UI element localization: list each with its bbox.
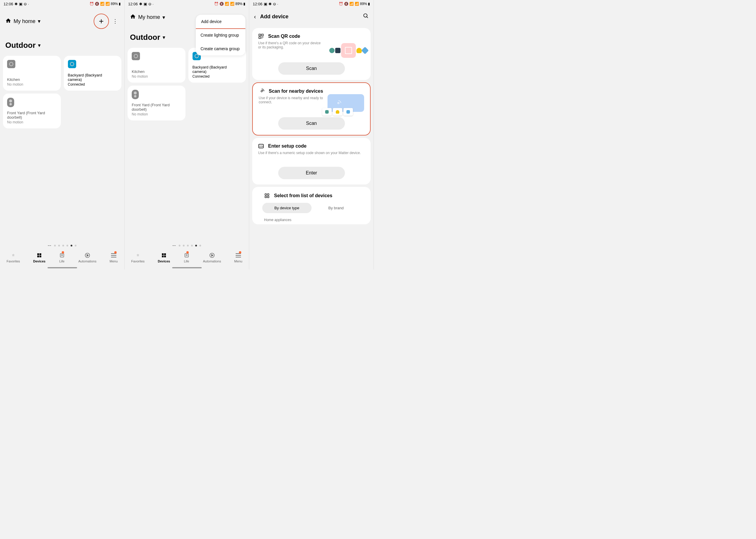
scan-qr-button[interactable]: Scan bbox=[278, 62, 345, 75]
svg-rect-12 bbox=[164, 253, 166, 255]
alarm-icon: ⏰ bbox=[90, 2, 94, 6]
battery-icon: ▮ bbox=[119, 2, 121, 6]
nav-automations[interactable]: Automations bbox=[203, 252, 221, 263]
home-dropdown[interactable]: My home ▾ bbox=[130, 14, 165, 21]
nav-favorites[interactable]: ☆ Favorites bbox=[131, 252, 144, 263]
nav-menu[interactable]: Menu bbox=[234, 252, 242, 263]
menu-create-camera-group[interactable]: Create camera group bbox=[196, 42, 245, 55]
grid-icon bbox=[161, 252, 167, 259]
mute-icon: 🔇 bbox=[219, 2, 224, 6]
svg-point-31 bbox=[338, 103, 339, 104]
status-bar: 12:06 ✱ ▣ ⊖ · ⏰ 🔇 📶 📶 89% ▮ bbox=[0, 0, 124, 8]
device-card-backyard[interactable]: Backyard (Backyard camera) Connected bbox=[64, 56, 122, 91]
room-dropdown[interactable]: Outdoor ▾ bbox=[0, 32, 124, 56]
device-card-kitchen[interactable]: Kitchen No motion bbox=[3, 56, 61, 91]
qr-icon bbox=[258, 33, 264, 39]
badge-dot bbox=[239, 251, 241, 254]
chevron-down-icon: ▾ bbox=[162, 14, 165, 21]
camera-icon bbox=[68, 60, 76, 68]
page-indicator[interactable] bbox=[125, 245, 249, 247]
home-indicator[interactable] bbox=[47, 267, 77, 268]
device-name: Kitchen bbox=[7, 77, 57, 82]
device-status: No motion bbox=[132, 112, 181, 116]
status-bar: 12:06 ▣ ✱ ⊖ · ⏰ 🔇 📶 📶 89% ▮ bbox=[249, 0, 374, 8]
svg-line-23 bbox=[367, 17, 368, 18]
signal-icon: 📶 bbox=[106, 2, 110, 6]
screen-home: 12:06 ✱ ▣ ⊖ · ⏰ 🔇 📶 📶 89% ▮ My home ▾ + bbox=[0, 0, 125, 270]
nav-life[interactable]: Life bbox=[183, 252, 190, 263]
device-name: Backyard (Backyard camera) bbox=[193, 65, 242, 74]
home-indicator[interactable] bbox=[172, 267, 202, 268]
option-title: Select from list of devices bbox=[274, 193, 332, 198]
svg-point-30 bbox=[261, 91, 263, 92]
battery-percent: 89% bbox=[111, 2, 118, 6]
add-menu-popup: Add device Create lighting group Create … bbox=[196, 15, 245, 55]
battery-icon: ▮ bbox=[368, 2, 370, 6]
home-icon bbox=[130, 14, 136, 21]
svg-rect-35 bbox=[268, 193, 269, 195]
menu-add-device[interactable]: Add device bbox=[196, 15, 245, 29]
search-button[interactable] bbox=[363, 13, 369, 20]
status-time: 12:06 bbox=[4, 2, 13, 6]
dnd-icon: ⊖ bbox=[273, 2, 276, 6]
status-bar: 12:06 ✱ ▣ ⊖ · ⏰ 🔇 📶 📶 89% ▮ bbox=[125, 0, 249, 8]
device-card-kitchen[interactable]: Kitchen No motion bbox=[127, 48, 186, 83]
option-title: Scan for nearby devices bbox=[269, 89, 323, 94]
more-icon: · bbox=[28, 2, 29, 6]
enter-code-button[interactable]: Enter bbox=[278, 167, 345, 179]
option-select-list: Select from list of devices By device ty… bbox=[252, 187, 371, 224]
home-icon bbox=[5, 18, 11, 25]
option-setup-code[interactable]: 1234 Enter setup code Use if there's a n… bbox=[252, 138, 371, 185]
camera-icon bbox=[7, 60, 15, 68]
page-indicator[interactable] bbox=[0, 245, 124, 247]
category-label: Home appliances bbox=[258, 218, 365, 222]
option-scan-qr[interactable]: Scan QR code Use if there's a QR code on… bbox=[252, 28, 371, 80]
svg-rect-13 bbox=[162, 255, 164, 257]
device-card-frontyard[interactable]: Front Yard (Front Yard doorbell) No moti… bbox=[3, 94, 61, 128]
battery-percent: 89% bbox=[360, 2, 367, 6]
device-card-frontyard[interactable]: Front Yard (Front Yard doorbell) No moti… bbox=[127, 86, 186, 120]
scan-nearby-button[interactable]: Scan bbox=[278, 117, 345, 129]
status-time: 12:06 bbox=[253, 2, 263, 6]
svg-rect-36 bbox=[265, 196, 266, 198]
image-icon: ▣ bbox=[264, 2, 267, 6]
svg-rect-0 bbox=[37, 253, 39, 255]
badge-dot bbox=[114, 251, 117, 254]
svg-rect-29 bbox=[262, 38, 262, 38]
star-icon: ☆ bbox=[135, 252, 141, 259]
filter-by-type[interactable]: By device type bbox=[262, 203, 311, 213]
svg-rect-3 bbox=[40, 255, 42, 257]
back-button[interactable]: ‹ bbox=[254, 13, 256, 20]
device-name: Backyard (Backyard camera) bbox=[68, 73, 118, 82]
nav-menu[interactable]: Menu bbox=[110, 252, 118, 263]
nav-favorites[interactable]: ☆ Favorites bbox=[7, 252, 20, 263]
wifi-icon: 📶 bbox=[225, 2, 229, 6]
chevron-down-icon: ▾ bbox=[38, 42, 41, 48]
doorbell-icon bbox=[7, 98, 14, 107]
status-time: 12:06 bbox=[128, 2, 138, 6]
device-status: No motion bbox=[7, 82, 57, 87]
home-dropdown[interactable]: My home ▾ bbox=[5, 18, 41, 25]
alarm-icon: ⏰ bbox=[339, 2, 343, 6]
code-icon: 1234 bbox=[258, 143, 264, 149]
nav-automations[interactable]: Automations bbox=[78, 252, 96, 263]
home-label: My home bbox=[138, 14, 160, 20]
chevron-down-icon: ▾ bbox=[163, 35, 165, 40]
more-menu-button[interactable]: ⋮ bbox=[111, 18, 119, 25]
option-scan-nearby[interactable]: Scan for nearby devices Use if your devi… bbox=[252, 82, 371, 135]
filter-by-brand[interactable]: By brand bbox=[311, 203, 361, 213]
add-button[interactable]: + bbox=[94, 14, 109, 29]
nav-devices[interactable]: Devices bbox=[33, 252, 45, 263]
svg-rect-26 bbox=[259, 37, 261, 39]
badge-dot bbox=[186, 251, 189, 254]
badge-dot bbox=[62, 251, 64, 254]
camera-icon bbox=[132, 52, 140, 60]
doorbell-icon bbox=[132, 90, 139, 99]
nav-life[interactable]: Life bbox=[59, 252, 65, 263]
play-icon bbox=[84, 252, 91, 259]
nav-devices[interactable]: Devices bbox=[158, 252, 170, 263]
menu-create-lighting-group[interactable]: Create lighting group bbox=[196, 28, 245, 42]
wifi-icon: 📶 bbox=[100, 2, 105, 6]
svg-rect-28 bbox=[263, 37, 263, 38]
svg-rect-37 bbox=[268, 196, 269, 198]
